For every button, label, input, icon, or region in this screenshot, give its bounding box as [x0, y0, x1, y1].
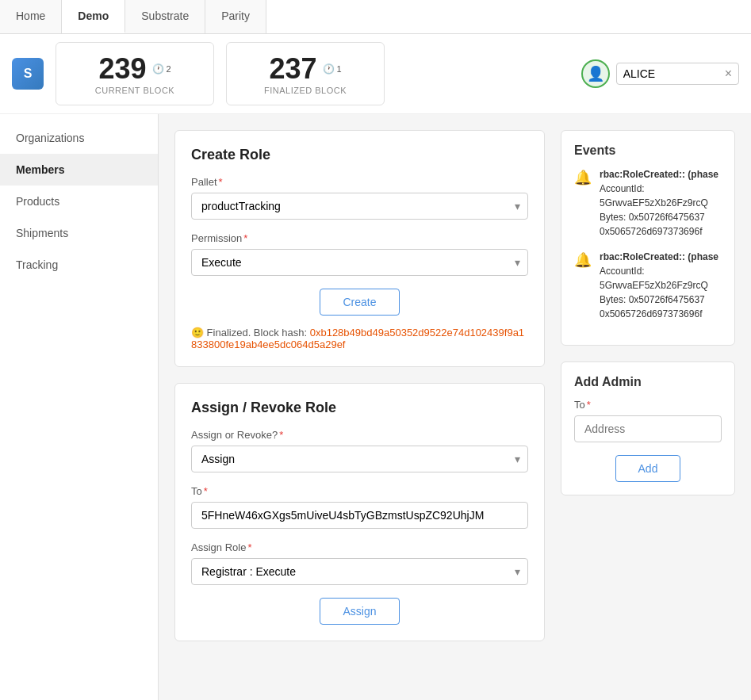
- sidebar-item-members[interactable]: Members: [0, 154, 158, 186]
- user-input-wrapper: ×: [616, 63, 739, 85]
- header-bar: S 239 🕐 2 CURRENT BLOCK 237 🕐 1 FINALIZE…: [0, 34, 751, 114]
- user-avatar: 👤: [581, 59, 610, 88]
- admin-to-label: To*: [574, 399, 722, 411]
- add-admin-button[interactable]: Add: [615, 455, 681, 482]
- current-block-label: CURRENT BLOCK: [95, 86, 174, 95]
- admin-address-input[interactable]: [574, 415, 722, 442]
- main-layout: Organizations Members Products Shipments…: [0, 114, 751, 700]
- pallet-select-wrapper: productTracking ▾: [191, 193, 528, 220]
- sidebar: Organizations Members Products Shipments…: [0, 114, 159, 700]
- add-admin-title: Add Admin: [574, 375, 722, 389]
- admin-to-field: To*: [574, 399, 722, 442]
- current-block-badge: 🕐 2: [152, 63, 171, 75]
- to-label: To*: [191, 485, 528, 497]
- bell-icon-2: 🔔: [574, 251, 592, 269]
- logo-icon: S: [12, 58, 44, 90]
- to-field: To*: [191, 485, 528, 529]
- right-column: Events 🔔 rbac:RoleCreated:: (phase Accou…: [561, 130, 735, 700]
- permission-label: Permission*: [191, 232, 528, 244]
- permission-select[interactable]: Execute: [191, 249, 528, 276]
- assign-or-revoke-label: Assign or Revoke?*: [191, 429, 528, 441]
- sidebar-item-tracking[interactable]: Tracking: [0, 249, 158, 281]
- sidebar-item-shipments[interactable]: Shipments: [0, 217, 158, 249]
- assign-role-label: Assign Role*: [191, 541, 528, 553]
- sidebar-item-products[interactable]: Products: [0, 186, 158, 217]
- user-name-input[interactable]: [623, 67, 718, 80]
- assign-or-revoke-select-wrapper: Assign Revoke ▾: [191, 446, 528, 472]
- current-block-card: 239 🕐 2 CURRENT BLOCK: [56, 42, 214, 105]
- finalized-block-badge: 🕐 1: [323, 63, 341, 75]
- pallet-select[interactable]: productTracking: [191, 193, 528, 220]
- bell-icon-1: 🔔: [574, 169, 592, 186]
- create-role-title: Create Role: [191, 147, 528, 163]
- assign-role-select[interactable]: Registrar : Execute: [191, 558, 528, 585]
- events-title: Events: [574, 143, 722, 158]
- finalized-block-card: 237 🕐 1 FINALIZED BLOCK: [226, 42, 385, 105]
- permission-field: Permission* Execute ▾: [191, 232, 528, 276]
- event-text-2: rbac:RoleCreated:: (phase AccountId: 5Gr…: [600, 250, 718, 321]
- pallet-label: Pallet*: [191, 176, 528, 188]
- main-column: Create Role Pallet* productTracking ▾ Pe: [174, 130, 545, 700]
- assign-role-select-wrapper: Registrar : Execute ▾: [191, 558, 528, 585]
- event-item-2: 🔔 rbac:RoleCreated:: (phase AccountId: 5…: [574, 250, 722, 321]
- to-input[interactable]: [191, 502, 528, 529]
- content-area: Create Role Pallet* productTracking ▾ Pe: [159, 114, 751, 700]
- assign-or-revoke-field: Assign or Revoke?* Assign Revoke ▾: [191, 429, 528, 472]
- finalized-block-label: FINALIZED BLOCK: [264, 86, 347, 95]
- top-navigation: Home Demo Substrate Parity: [0, 0, 751, 34]
- assign-role-field: Assign Role* Registrar : Execute ▾: [191, 541, 528, 585]
- tab-demo[interactable]: Demo: [62, 0, 125, 33]
- user-section: 👤 ×: [581, 59, 739, 88]
- tab-substrate[interactable]: Substrate: [125, 0, 205, 33]
- finalized-message: 🙂 Finalized. Block hash: 0xb128b49bd49a5…: [191, 327, 528, 350]
- add-admin-card: Add Admin To* Add: [561, 361, 735, 495]
- tab-home[interactable]: Home: [0, 0, 62, 33]
- clear-user-button[interactable]: ×: [725, 67, 732, 81]
- assign-revoke-card: Assign / Revoke Role Assign or Revoke?* …: [174, 383, 545, 641]
- assign-revoke-title: Assign / Revoke Role: [191, 400, 528, 416]
- assign-or-revoke-select[interactable]: Assign Revoke: [191, 446, 528, 472]
- pallet-field: Pallet* productTracking ▾: [191, 176, 528, 220]
- event-item-1: 🔔 rbac:RoleCreated:: (phase AccountId: 5…: [574, 167, 722, 239]
- permission-select-wrapper: Execute ▾: [191, 249, 528, 276]
- create-role-card: Create Role Pallet* productTracking ▾ Pe: [174, 130, 545, 367]
- tab-parity[interactable]: Parity: [205, 0, 266, 33]
- current-block-number: 239: [98, 52, 146, 86]
- finalized-block-number: 237: [269, 52, 316, 86]
- events-card: Events 🔔 rbac:RoleCreated:: (phase Accou…: [561, 130, 735, 346]
- create-button[interactable]: Create: [320, 289, 399, 316]
- assign-button[interactable]: Assign: [320, 598, 399, 625]
- event-text-1: rbac:RoleCreated:: (phase AccountId: 5Gr…: [600, 167, 718, 239]
- sidebar-item-organizations[interactable]: Organizations: [0, 122, 158, 154]
- events-list: 🔔 rbac:RoleCreated:: (phase AccountId: 5…: [574, 167, 722, 332]
